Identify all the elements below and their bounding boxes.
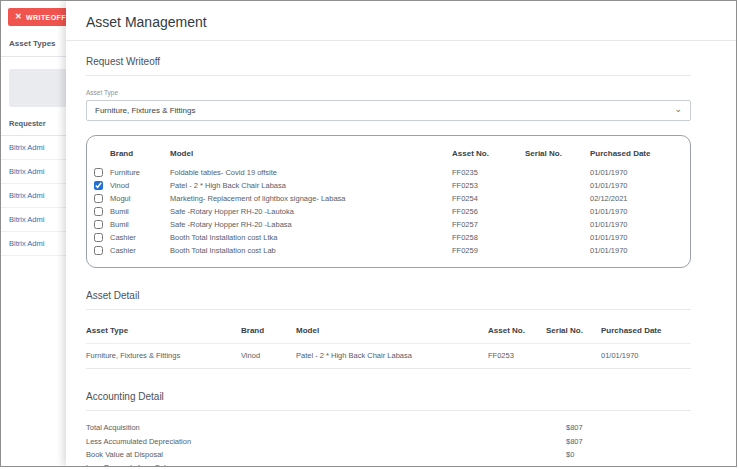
sidebar-grid-toolbar [9,69,66,107]
page-title: Asset Management [86,14,736,30]
accounting-value [566,463,691,466]
table-row[interactable]: Cashier Booth Total Installation cost La… [87,244,690,257]
table-row[interactable]: Bumil Safe -Rotary Hopper RH-20 -Lautoka… [87,205,690,218]
requester-link[interactable]: Bitrix Admi [1,232,66,256]
cell-model: Safe -Rotary Hopper RH-20 -Lautoka [170,207,452,216]
divider [86,75,691,76]
row-checkbox[interactable] [94,207,103,216]
col-header-brand: Brand [110,149,170,158]
table-row[interactable]: Cashier Booth Total Installation cost Lt… [87,231,690,244]
asset-type-selected-value: Furniture, Fixtures & Fittings [95,106,195,115]
cell-brand: Cashier [110,246,170,255]
cell-brand: Mogul [110,194,170,203]
cell-model: Foldable tables- Covid 19 offsite [170,168,452,177]
cell-purchased-date: 01/01/1970 [590,233,690,242]
col-header-asset-type: Asset Type [86,326,241,335]
asset-type-select[interactable]: Furniture, Fixtures & Fittings ⌄ [86,100,691,121]
requester-link[interactable]: Bitrix Admi [1,160,66,184]
content: Request Writeoff Asset Type Furniture, F… [66,56,736,466]
accounting-row: Less Accumulated Depreciation $807 [86,434,691,447]
cell-asset-no: FF0254 [452,194,525,203]
section-title-asset-detail: Asset Detail [86,290,691,309]
cell-brand: Vinod [241,351,296,360]
cell-model: Safe -Rotary Hopper RH-20 -Labasa [170,220,452,229]
row-checkbox[interactable] [94,220,103,229]
asset-detail-header-row: Asset Type Brand Model Asset No. Serial … [86,326,691,344]
row-checkbox[interactable] [94,194,103,203]
table-row[interactable]: Mogul Marketing- Replacement of lightbox… [87,192,690,205]
cell-brand: Bumil [110,207,170,216]
table-row[interactable]: Vinod Patel - 2 * High Back Chair Labasa… [87,179,690,192]
page: ✕ WRITEOFF Asset Types Requester Bitrix … [0,0,737,467]
cell-asset-no: FF0253 [488,351,546,360]
cell-asset-no: FF0253 [452,181,525,190]
cell-brand: Furniture [110,168,170,177]
table-row[interactable]: Bumil Safe -Rotary Hopper RH-20 -Labasa … [87,218,690,231]
accounting-label: Total Acquisition [86,423,566,432]
cell-purchased-date: 01/01/1970 [590,168,690,177]
cell-model: Patel - 2 * High Back Chair Labasa [170,181,452,190]
cell-asset-type: Furniture, Fixtures & Fittings [86,351,241,360]
sidebar: ✕ WRITEOFF Asset Types Requester Bitrix … [1,1,66,466]
cell-asset-no: FF0235 [452,168,525,177]
accounting-label: Less Accumulated Depreciation [86,437,566,446]
row-checkbox[interactable] [94,233,103,242]
cell-asset-no: FF0258 [452,233,525,242]
writeoff-button[interactable]: ✕ WRITEOFF [8,8,66,26]
cell-asset-no: FF0257 [452,220,525,229]
cell-model: Booth Total Installation cost Lab [170,246,452,255]
divider [86,309,691,310]
cell-purchased-date: 01/01/1970 [590,220,690,229]
col-header-serial-no: Serial No. [546,326,601,335]
col-header-model: Model [296,326,488,335]
writeoff-asset-table: Brand Model Asset No. Serial No. Purchas… [86,135,691,268]
accounting-row: Total Acquisition $807 [86,421,691,434]
cell-asset-no: FF0259 [452,246,525,255]
accounting-value: $807 [566,423,691,432]
col-header-serial-no: Serial No. [525,149,590,158]
row-checkbox[interactable] [94,246,103,255]
writeoff-button-label: WRITEOFF [26,14,66,21]
chevron-down-icon: ⌄ [674,105,682,114]
main-header: Asset Management [66,1,736,41]
accounting-value: $0 [566,450,691,459]
requester-link[interactable]: Bitrix Admi [1,208,66,232]
row-checkbox[interactable] [94,181,103,190]
tab-asset-types[interactable]: Asset Types [1,39,66,57]
col-header-asset-no: Asset No. [452,149,525,158]
cell-model: Marketing- Replacement of lightbox signa… [170,194,452,203]
accounting-row: Book Value at Disposal $0 [86,448,691,461]
cell-asset-no: FF0256 [452,207,525,216]
col-header-asset-no: Asset No. [488,326,546,335]
requester-column-header: Requester [1,119,66,136]
cell-purchased-date: 01/01/1970 [590,246,690,255]
col-header-purchased-date: Purchased Date [590,149,690,158]
accounting-label: Book Value at Disposal [86,450,566,459]
cell-brand: Vinod [110,181,170,190]
col-header-purchased-date: Purchased Date [601,326,691,335]
row-checkbox[interactable] [94,168,103,177]
asset-type-label: Asset Type [86,89,691,96]
requester-link[interactable]: Bitrix Admi [1,184,66,208]
accounting-row: Less Proceeds from Sales [86,461,691,466]
main-panel: Asset Management Request Writeoff Asset … [66,1,736,466]
requester-link[interactable]: Bitrix Admi [1,136,66,160]
col-header-model: Model [170,149,452,158]
cell-purchased-date: 01/01/1970 [590,181,690,190]
cell-purchased-date: 01/01/1970 [601,351,691,360]
cell-brand: Cashier [110,233,170,242]
cell-model: Patel - 2 * High Back Chair Labasa [296,351,488,360]
cell-purchased-date: 01/01/1970 [590,207,690,216]
cell-purchased-date: 02/12/2021 [590,194,690,203]
cell-model: Booth Total Installation cost Ltka [170,233,452,242]
accounting-value: $807 [566,437,691,446]
accounting-label: Less Proceeds from Sales [86,463,566,466]
section-title-accounting-detail: Accounting Detail [86,391,691,410]
close-icon: ✕ [15,13,22,21]
section-title-request-writeoff: Request Writeoff [86,56,691,75]
asset-table-header-row: Brand Model Asset No. Serial No. Purchas… [87,142,690,166]
table-row[interactable]: Furniture Foldable tables- Covid 19 offs… [87,166,690,179]
asset-detail-row: Furniture, Fixtures & Fittings Vinod Pat… [86,344,691,369]
divider [86,410,691,411]
cell-brand: Bumil [110,220,170,229]
